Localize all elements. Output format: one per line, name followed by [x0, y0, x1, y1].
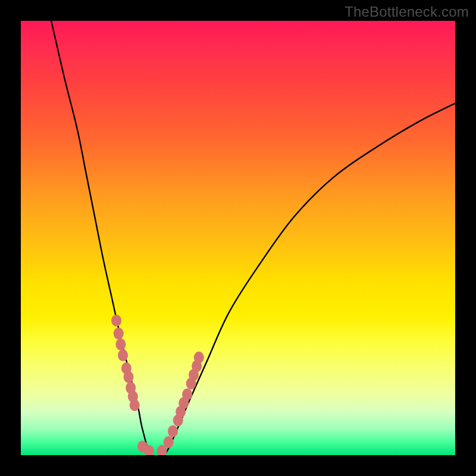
marker-dot [182, 389, 192, 400]
chart-svg [21, 21, 455, 455]
marker-dot [194, 352, 204, 364]
marker-dot [164, 436, 174, 448]
marker-cluster [111, 315, 204, 455]
marker-dot [118, 349, 128, 361]
marker-dot [124, 371, 134, 383]
plot-area [21, 21, 455, 455]
watermark-text: TheBottleneck.com [345, 4, 469, 20]
marker-dot [114, 328, 124, 340]
marker-dot [130, 399, 140, 411]
marker-dot [111, 315, 121, 327]
chart-frame: TheBottleneck.com [0, 0, 476, 476]
marker-dot [168, 425, 178, 437]
bottleneck-curve [51, 21, 455, 455]
marker-dot [115, 339, 126, 350]
